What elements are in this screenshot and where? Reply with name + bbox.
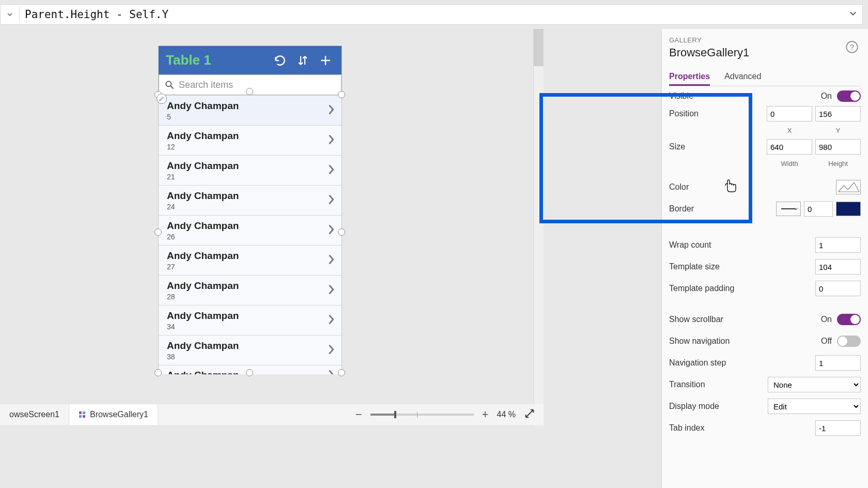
show-nav-toggle[interactable] [837, 335, 861, 347]
position-y-input[interactable] [815, 106, 861, 121]
zoom-bar: − + 44 % [331, 404, 544, 425]
item-name: Andy Champan [167, 310, 333, 322]
selection-handle[interactable] [154, 228, 162, 236]
wrap-count-input[interactable] [815, 237, 861, 253]
chevron-right-icon[interactable] [327, 193, 335, 208]
prop-show-navigation: Show navigation Off [669, 330, 861, 352]
canvas-scrollbar[interactable] [533, 29, 544, 426]
position-x-input[interactable] [767, 106, 812, 121]
chevron-right-icon[interactable] [327, 103, 335, 118]
search-icon [164, 80, 175, 90]
item-subtitle: 26 [167, 233, 333, 241]
prop-size: Size [669, 136, 861, 158]
visible-toggle[interactable] [837, 90, 861, 102]
chevron-right-icon[interactable] [327, 369, 335, 375]
prop-tab-index: Tab index [669, 417, 861, 439]
zoom-value: 44 % [497, 410, 516, 419]
selection-handle[interactable] [246, 369, 253, 376]
prop-template-size: Template size [669, 256, 861, 278]
svg-rect-6 [83, 415, 85, 418]
zoom-out-button[interactable]: − [355, 408, 362, 421]
transition-select[interactable]: None [768, 377, 861, 392]
zoom-in-button[interactable]: + [482, 408, 489, 421]
list-item[interactable]: Andy Champan 28 [159, 275, 342, 305]
tab-properties[interactable]: Properties [669, 69, 710, 86]
chevron-right-icon[interactable] [327, 283, 335, 298]
list-item[interactable]: Andy Champan 26 [159, 215, 342, 245]
item-name: Andy Champan [167, 340, 333, 352]
svg-rect-5 [79, 415, 82, 418]
selection-handle[interactable] [154, 369, 162, 376]
prop-show-scrollbar: Show scrollbar On [669, 309, 861, 330]
breadcrumb: owseScreen1 BrowseGallery1 [0, 404, 336, 425]
sort-icon[interactable] [294, 52, 312, 69]
display-mode-select[interactable]: Edit [768, 399, 861, 414]
border-width-input[interactable] [804, 201, 833, 217]
formula-input[interactable]: Parent.Height - Self.Y [25, 8, 168, 21]
list-item[interactable]: Andy Champan 5 [159, 95, 342, 125]
template-padding-input[interactable] [815, 281, 861, 296]
position-sub-labels: XY [669, 125, 861, 136]
nav-step-input[interactable] [815, 355, 861, 371]
prop-transition: Transition None [669, 374, 861, 395]
prop-navigation-step: Navigation step [669, 352, 861, 374]
show-scrollbar-toggle[interactable] [837, 314, 861, 325]
item-subtitle: 24 [167, 203, 333, 211]
prop-wrap-count: Wrap count [669, 234, 861, 256]
prop-border: Border [669, 198, 861, 220]
chevron-right-icon[interactable] [327, 163, 335, 178]
svg-point-0 [166, 81, 171, 86]
chevron-right-icon[interactable] [327, 313, 335, 328]
template-size-input[interactable] [815, 259, 861, 274]
crumb-screen[interactable]: owseScreen1 [0, 404, 69, 425]
chevron-right-icon[interactable] [327, 343, 335, 358]
list-item[interactable]: Andy Champan 38 [159, 335, 342, 365]
list-item[interactable]: Andy Champan 27 [159, 245, 342, 275]
size-width-input[interactable] [767, 139, 812, 155]
item-name: Andy Champan [167, 100, 333, 112]
prop-template-padding: Template padding [669, 278, 861, 299]
selection-handle[interactable] [246, 88, 253, 95]
size-sub-labels: WidthHeight [669, 158, 861, 169]
list-item[interactable]: Andy Champan 24 [159, 185, 342, 215]
app-header: Table 1 [159, 46, 342, 74]
expand-chevron-down-icon[interactable] [849, 9, 857, 20]
fx-chevron-down-icon[interactable] [6, 10, 14, 19]
item-subtitle: 38 [167, 353, 333, 361]
list-item[interactable]: Andy Champan 21 [159, 155, 342, 185]
border-style-dropdown[interactable] [776, 202, 801, 216]
svg-rect-4 [83, 411, 85, 414]
list-item[interactable]: Andy Champan 34 [159, 305, 342, 335]
gallery[interactable]: Andy Champan 5 Andy Champan 12 Andy Cham… [159, 95, 342, 374]
show-scrollbar-state: On [821, 315, 832, 324]
visible-state: On [821, 91, 832, 101]
item-name: Andy Champan [167, 220, 333, 232]
tab-index-input[interactable] [815, 420, 861, 436]
item-subtitle: 27 [167, 263, 333, 271]
crumb-gallery[interactable]: BrowseGallery1 [69, 404, 158, 425]
selection-handle[interactable] [338, 369, 345, 376]
color-swatch[interactable] [836, 180, 861, 194]
item-subtitle: 21 [167, 173, 333, 181]
size-height-input[interactable] [815, 139, 861, 155]
border-color-swatch[interactable] [836, 202, 861, 216]
chevron-right-icon[interactable] [327, 223, 335, 238]
tab-advanced[interactable]: Advanced [724, 69, 761, 86]
refresh-icon[interactable] [271, 52, 289, 69]
item-name: Andy Champan [167, 130, 333, 142]
control-type-label: GALLERY [669, 36, 861, 44]
selection-handle[interactable] [338, 91, 345, 98]
zoom-slider[interactable] [370, 414, 474, 416]
prop-display-mode: Display mode Edit [669, 395, 861, 417]
help-icon[interactable]: ? [845, 40, 859, 54]
list-item[interactable]: Andy Champan 12 [159, 125, 342, 155]
chevron-right-icon[interactable] [327, 133, 335, 148]
chevron-right-icon[interactable] [327, 253, 335, 268]
selection-handle[interactable] [338, 228, 345, 236]
item-name: Andy Champan [167, 250, 333, 262]
prop-visible: Visible On [669, 89, 861, 103]
edit-pencil-icon[interactable] [157, 94, 167, 104]
fullscreen-icon[interactable] [524, 408, 535, 421]
divider [19, 7, 20, 22]
add-icon[interactable] [317, 52, 334, 69]
